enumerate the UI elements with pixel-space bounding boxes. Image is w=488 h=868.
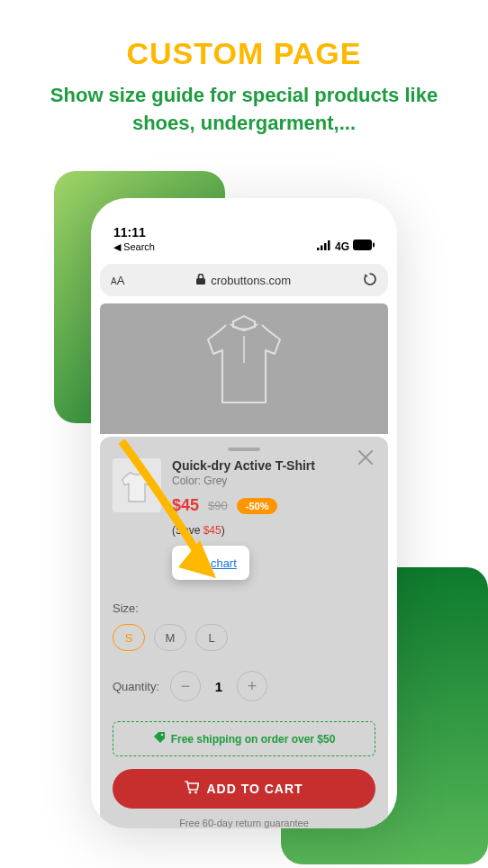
discount-badge: -50% [237,498,278,514]
status-bar: 11:11 ◀ Search 4G [91,198,397,257]
svg-point-10 [195,791,198,794]
text-size-control[interactable]: AA [111,274,124,287]
svg-rect-2 [324,243,327,250]
quantity-increase-button[interactable]: + [237,671,267,701]
size-options: S M L [113,624,375,651]
url-bar[interactable]: AA crobuttons.com [100,264,388,296]
product-name: Quick-dry Active T-Shirt [172,458,375,473]
close-icon[interactable] [357,449,374,470]
product-color: Color: Grey [172,475,375,487]
status-right: 4G [317,240,375,253]
phone-mockup: 11:11 ◀ Search 4G AA crobuttons.com [91,198,397,828]
product-price: $45 [172,496,199,515]
return-guarantee-text: Free 60-day return guarantee [113,818,375,828]
add-to-cart-button[interactable]: ADD TO CART [113,769,375,809]
svg-rect-4 [353,240,372,250]
size-option-l[interactable]: L [195,624,228,651]
svg-rect-5 [373,243,375,248]
status-time: 11:11 [113,225,155,240]
size-chart-link[interactable]: Size chart [185,556,237,570]
product-hero-image [100,303,388,434]
product-thumbnail [113,458,161,512]
product-price-old: $90 [208,499,228,512]
svg-rect-0 [317,248,320,250]
network-label: 4G [335,240,349,253]
svg-point-9 [189,791,192,794]
sheet-drag-handle[interactable] [228,448,260,451]
page-subtitle: Show size guide for special products lik… [0,82,488,138]
quantity-decrease-button[interactable]: − [170,671,201,701]
size-label: Size: [113,601,375,615]
back-search-link[interactable]: ◀ Search [113,241,155,253]
signal-icon [317,240,331,253]
size-option-s[interactable]: S [113,624,145,651]
tag-icon [153,731,166,746]
page-title: CUSTOM PAGE [0,36,488,71]
save-text: (Save $45) [172,524,375,537]
cart-icon [185,781,199,797]
svg-point-8 [160,734,163,737]
lock-icon [196,274,205,287]
battery-icon [353,240,375,253]
svg-rect-1 [321,245,323,250]
refresh-icon[interactable] [363,272,377,289]
size-chart-callout: Size chart [172,546,249,580]
quantity-value: 1 [212,679,226,694]
size-option-m[interactable]: M [154,624,186,651]
svg-rect-6 [196,278,205,285]
tshirt-outline-icon [199,309,289,408]
svg-rect-3 [328,240,330,250]
product-bottom-sheet: Quick-dry Active T-Shirt Color: Grey $45… [100,437,388,828]
shipping-banner: Free shipping on order over $50 [113,721,375,756]
url-text: crobuttons.com [196,274,291,287]
quantity-label: Quantity: [113,680,159,693]
